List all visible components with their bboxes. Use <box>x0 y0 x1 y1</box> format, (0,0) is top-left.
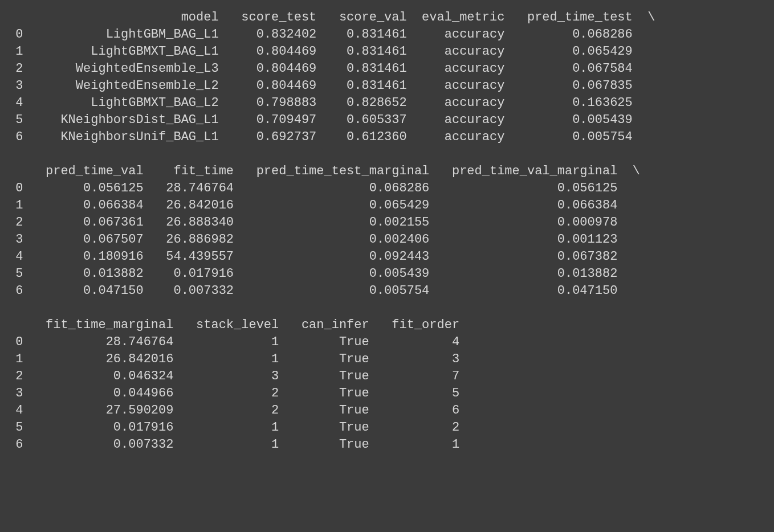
dataframe-output: model score_test score_val eval_metric p… <box>0 0 774 461</box>
